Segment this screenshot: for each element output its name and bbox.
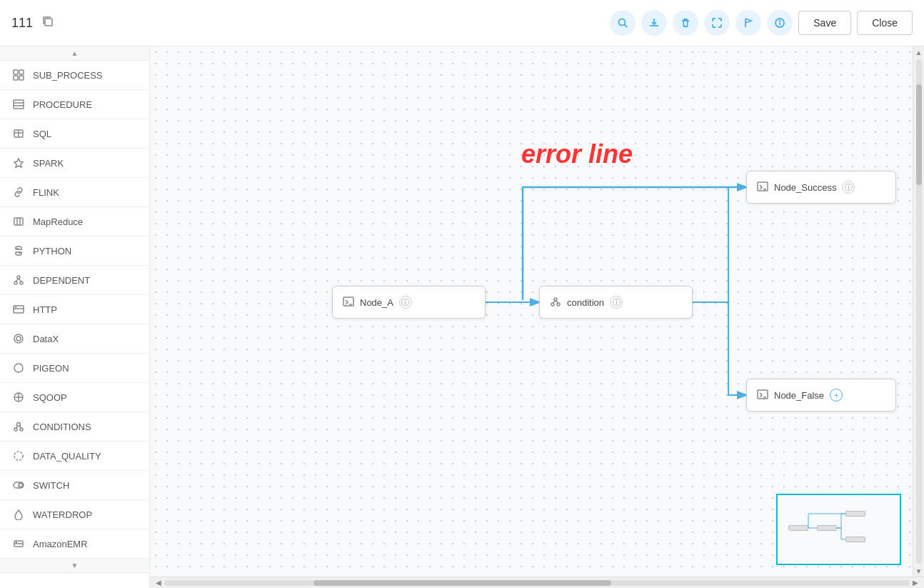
false-terminal-icon xyxy=(757,389,768,402)
sidebar-item-label-procedure: PROCEDURE xyxy=(33,99,92,110)
scroll-left-button[interactable]: ◀ xyxy=(153,577,164,589)
info-button[interactable] xyxy=(767,10,793,36)
svg-rect-10 xyxy=(14,100,24,109)
sidebar-item-label-sql: SQL xyxy=(33,129,51,139)
sidebar-item-dependent[interactable]: DEPENDENT xyxy=(0,266,149,295)
node-false-label: Node_False xyxy=(774,390,824,401)
sidebar-item-label-data-quality: DATA_QUALITY xyxy=(33,451,101,462)
main-area: ▲ SUB_PROCESSPROCEDURESQLSPARKFLINKMapRe… xyxy=(0,46,924,588)
svg-point-1 xyxy=(619,19,626,26)
procedure-icon xyxy=(11,97,26,111)
minimap xyxy=(776,494,901,565)
node-success[interactable]: Node_Success ⓘ xyxy=(746,171,896,204)
copy-icon[interactable] xyxy=(41,15,54,31)
download-button[interactable] xyxy=(641,10,667,36)
svg-point-30 xyxy=(14,334,23,343)
sidebar-item-amazonemr[interactable]: AmazonEMR xyxy=(0,529,149,559)
svg-point-23 xyxy=(14,281,17,284)
data-quality-icon xyxy=(11,449,26,463)
sidebar-item-mapreduce[interactable]: MapReduce xyxy=(0,207,149,236)
minimap-svg xyxy=(778,495,900,564)
svg-point-31 xyxy=(16,337,21,341)
node-a-info[interactable]: ⓘ xyxy=(399,296,412,309)
sidebar-item-label-http: HTTP xyxy=(33,304,57,315)
sidebar-item-label-mapreduce: MapReduce xyxy=(33,216,83,227)
sidebar-item-procedure[interactable]: PROCEDURE xyxy=(0,90,149,119)
node-a[interactable]: Node_A ⓘ xyxy=(332,286,486,319)
sidebar-item-waterdrop[interactable]: WATERDROP xyxy=(0,500,149,529)
sidebar-item-label-waterdrop: WATERDROP xyxy=(33,509,92,520)
node-success-info[interactable]: ⓘ xyxy=(842,181,855,194)
sidebar-item-label-switch: SWITCH xyxy=(33,480,69,491)
svg-line-25 xyxy=(16,279,19,281)
sidebar-item-flink[interactable]: FLINK xyxy=(0,178,149,207)
datax-icon xyxy=(11,332,26,346)
error-line-label: error line xyxy=(521,139,633,169)
svg-point-51 xyxy=(557,303,560,306)
svg-rect-0 xyxy=(45,19,52,26)
sqoop-icon xyxy=(11,390,26,404)
header-right: Save Close xyxy=(610,10,913,36)
delete-button[interactable] xyxy=(673,10,698,36)
canvas-inner: error line xyxy=(150,46,924,577)
scroll-up-arrow[interactable]: ▲ xyxy=(0,46,149,61)
svg-rect-6 xyxy=(14,70,18,74)
sidebar-item-label-pigeon: PIGEON xyxy=(33,363,69,374)
svg-rect-17 xyxy=(14,218,23,225)
svg-line-2 xyxy=(625,25,628,28)
svg-line-26 xyxy=(19,279,21,281)
flag-button[interactable] xyxy=(735,10,761,36)
canvas-area: error line xyxy=(150,46,924,588)
close-button[interactable]: Close xyxy=(857,11,913,35)
switch-icon xyxy=(11,478,26,492)
minimap-content xyxy=(778,495,900,564)
sidebar-item-switch[interactable]: SWITCH xyxy=(0,471,149,500)
scroll-up-button[interactable]: ▲ xyxy=(913,46,925,58)
save-button[interactable]: Save xyxy=(798,11,851,35)
sidebar-item-spark[interactable]: SPARK xyxy=(0,149,149,178)
svg-point-22 xyxy=(17,276,20,279)
vscroll-thumb xyxy=(916,84,922,185)
sidebar-item-http[interactable]: HTTP xyxy=(0,295,149,324)
header: 111 xyxy=(0,0,924,46)
condition-node[interactable]: condition ⓘ xyxy=(539,286,693,319)
svg-point-24 xyxy=(20,281,23,284)
sidebar-item-conditions[interactable]: CONDITIONS xyxy=(0,412,149,442)
python-icon xyxy=(11,244,26,258)
sidebar-item-data-quality[interactable]: DATA_QUALITY xyxy=(0,442,149,471)
sidebar-item-sub-process[interactable]: SUB_PROCESS xyxy=(0,61,149,90)
http-icon xyxy=(11,302,26,317)
sidebar-item-label-sub-process: SUB_PROCESS xyxy=(33,70,103,81)
scroll-right-button[interactable]: ▶ xyxy=(910,577,921,589)
sidebar-item-label-dependent: DEPENDENT xyxy=(33,275,90,286)
condition-icon xyxy=(550,296,561,309)
condition-info[interactable]: ⓘ xyxy=(610,296,623,309)
canvas[interactable]: error line xyxy=(150,46,913,577)
scroll-down-button[interactable]: ▼ xyxy=(913,565,925,577)
node-false[interactable]: Node_False + xyxy=(746,379,896,412)
amazonemr-icon xyxy=(11,537,26,551)
vscroll-track[interactable] xyxy=(916,59,922,564)
svg-line-40 xyxy=(19,426,21,428)
svg-point-38 xyxy=(20,428,23,431)
waterdrop-icon xyxy=(11,507,26,522)
sidebar-item-datax[interactable]: DataX xyxy=(0,324,149,354)
scroll-down-arrow[interactable]: ▼ xyxy=(0,559,149,573)
sidebar-item-sqoop[interactable]: SQOOP xyxy=(0,383,149,412)
right-scrollbar: ▲ ▼ xyxy=(913,46,924,577)
svg-point-5 xyxy=(780,21,780,21)
sidebar-item-python[interactable]: PYTHON xyxy=(0,236,149,266)
sidebar-item-sql[interactable]: SQL xyxy=(0,119,149,149)
svg-line-52 xyxy=(553,301,556,303)
bottom-scrollbar: ◀ ▶ xyxy=(150,577,924,588)
search-button[interactable] xyxy=(610,10,636,36)
sidebar: ▲ SUB_PROCESSPROCEDURESQLSPARKFLINKMapRe… xyxy=(0,46,150,588)
crosshair-button[interactable] xyxy=(704,10,730,36)
svg-line-53 xyxy=(556,301,558,303)
header-left: 111 xyxy=(11,15,54,31)
node-false-plus[interactable]: + xyxy=(830,389,843,402)
svg-point-20 xyxy=(17,249,18,249)
hscroll-track[interactable] xyxy=(164,580,910,586)
mapreduce-icon xyxy=(11,214,26,229)
sidebar-item-pigeon[interactable]: PIGEON xyxy=(0,354,149,383)
